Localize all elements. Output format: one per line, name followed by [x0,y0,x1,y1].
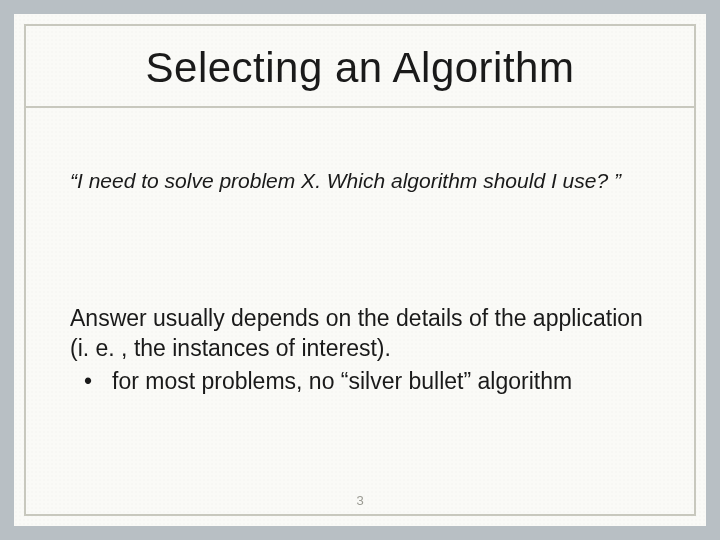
slide-content: “I need to solve problem X. Which algori… [26,108,694,397]
answer-text: Answer usually depends on the details of… [70,304,650,363]
bullet-item: • for most problems, no “silver bullet” … [70,367,650,396]
slide-title: Selecting an Algorithm [26,26,694,106]
slide-surface: Selecting an Algorithm “I need to solve … [14,14,706,526]
page-number: 3 [26,493,694,508]
quote-text: “I need to solve problem X. Which algori… [70,168,650,194]
slide-inner-border: Selecting an Algorithm “I need to solve … [24,24,696,516]
bullet-marker: • [84,367,112,396]
bullet-text: for most problems, no “silver bullet” al… [112,367,650,396]
